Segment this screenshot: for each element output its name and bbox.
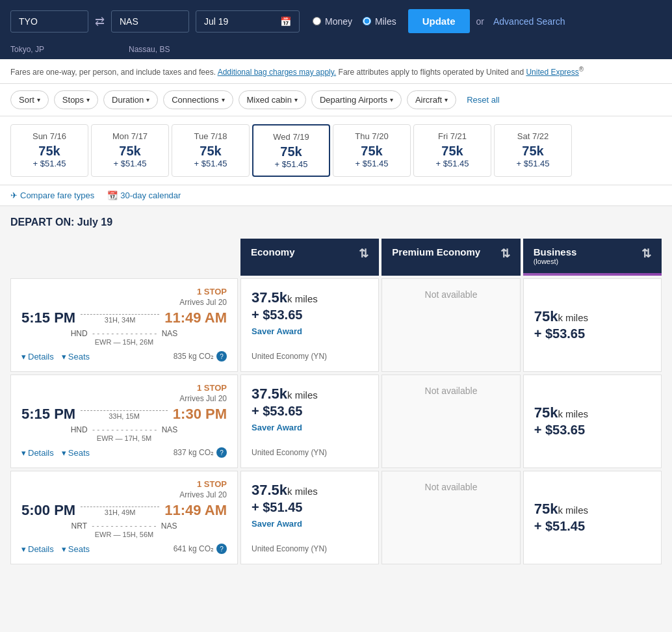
- connections-filter[interactable]: Connections ▾: [163, 90, 233, 109]
- arrive-time: 1:30 PM: [173, 406, 227, 423]
- fare-price: + $53.65: [252, 308, 368, 323]
- miles-radio-label[interactable]: Miles: [363, 16, 396, 27]
- date-card-miles: 75k: [424, 144, 480, 159]
- date-card[interactable]: Tue 7/18 75k + $51.45: [172, 124, 250, 177]
- route-info: NRT - - - - - - - - - - - - - - NAS EWR …: [21, 521, 227, 538]
- economy-fare-cell[interactable]: 37.5kk miles + $51.45 Saver Award United…: [240, 471, 379, 564]
- update-button[interactable]: Update: [408, 9, 470, 33]
- fare-cabin: United Economy (YN): [252, 544, 368, 553]
- flight-actions: ▾ Details ▾ Seats 835 kg CO₂ ?: [21, 351, 227, 362]
- seats-link[interactable]: ▾ Seats: [62, 352, 90, 362]
- date-card[interactable]: Fri 7/21 75k + $51.45: [413, 124, 491, 177]
- sort-filter[interactable]: Sort ▾: [10, 90, 49, 109]
- date-card-miles: 75k: [264, 144, 318, 159]
- calendar-icon: 📅: [280, 16, 291, 27]
- miles-value: 37.5k: [252, 289, 287, 306]
- calendar-30day-link[interactable]: 📆 30-day calendar: [107, 191, 181, 200]
- co2-help-icon[interactable]: ?: [216, 447, 227, 458]
- date-card[interactable]: Sun 7/16 75k + $51.45: [10, 124, 88, 177]
- united-express-link[interactable]: United Express: [526, 68, 578, 77]
- date-card[interactable]: Thu 7/20 75k + $51.45: [333, 124, 411, 177]
- calendar-grid-icon: 📆: [107, 191, 118, 200]
- duration-filter[interactable]: Duration ▾: [103, 90, 158, 109]
- origin-code: NRT: [71, 521, 87, 531]
- advanced-search-link[interactable]: Advanced Search: [493, 16, 565, 27]
- business-fare-cell[interactable]: 75kk miles + $53.65: [523, 375, 662, 468]
- chevron-down-icon: ▾: [37, 96, 40, 103]
- duration-label: 31H, 49M: [105, 508, 136, 516]
- flight-actions: ▾ Details ▾ Seats 641 kg CO₂ ?: [21, 544, 227, 554]
- mixed-cabin-filter[interactable]: Mixed cabin ▾: [239, 90, 306, 109]
- date-selector: Sun 7/16 75k + $51.45 Mon 7/17 75k + $51…: [0, 116, 672, 185]
- header: ⇄ Jul 19 📅 Money Miles Update or Advance…: [0, 0, 672, 59]
- date-card[interactable]: Wed 7/19 75k + $51.45: [252, 124, 330, 177]
- flight-info: 1 STOP Arrives Jul 20 5:00 PM 31H, 49M 1…: [10, 471, 238, 564]
- results-section: DEPART ON: July 19 Economy ⇅ Premium Eco…: [0, 206, 672, 577]
- co2-help-icon[interactable]: ?: [216, 351, 227, 362]
- fare-miles: 37.5kk miles: [252, 386, 368, 402]
- miles-value: 37.5k: [252, 386, 287, 402]
- sort-icon[interactable]: ⇅: [359, 246, 368, 261]
- depart-time: 5:00 PM: [21, 502, 75, 519]
- arrive-time: 11:49 AM: [164, 309, 227, 326]
- arrives-date: Arrives Jul 20: [21, 298, 227, 307]
- compare-fare-types-link[interactable]: ✈ Compare fare types: [10, 191, 94, 200]
- co2-info: 835 kg CO₂ ?: [174, 351, 227, 362]
- date-input[interactable]: Jul 19 📅: [196, 10, 300, 33]
- date-card-price: + $51.45: [344, 159, 400, 168]
- arrive-time: 11:49 AM: [164, 502, 227, 519]
- chevron-down-icon: ▾: [390, 96, 393, 103]
- chevron-down-icon: ▾: [146, 96, 149, 103]
- economy-fare-cell[interactable]: 37.5kk miles + $53.65 Saver Award United…: [240, 375, 379, 468]
- business-fare-cell[interactable]: 75kk miles + $53.65: [523, 278, 662, 372]
- swap-button[interactable]: ⇄: [95, 14, 105, 29]
- dotted-line: [81, 507, 159, 507]
- not-available-label: Not available: [425, 289, 478, 300]
- details-link[interactable]: ▾ Details: [21, 448, 54, 458]
- seats-link[interactable]: ▾ Seats: [62, 448, 90, 458]
- bag-charges-link[interactable]: Additional bag charges may apply.: [218, 68, 337, 77]
- fare-price: + $53.65: [252, 404, 368, 419]
- duration-label: 31H, 34M: [105, 316, 136, 324]
- origin-input[interactable]: [10, 10, 88, 33]
- money-radio[interactable]: [313, 17, 321, 25]
- fare-miles: 37.5kk miles: [252, 482, 368, 499]
- business-fare-cell[interactable]: 75kk miles + $51.45: [523, 471, 662, 564]
- aircraft-filter[interactable]: Aircraft ▾: [407, 90, 456, 109]
- destination-input[interactable]: [111, 10, 189, 33]
- economy-header: Economy ⇅: [240, 239, 379, 276]
- fare-cabin: United Economy (YN): [252, 352, 368, 361]
- co2-help-icon[interactable]: ?: [216, 544, 227, 554]
- chevron-down-icon: ▾: [62, 352, 66, 362]
- sort-icon[interactable]: ⇅: [641, 246, 651, 261]
- miles-value: 75k: [534, 501, 558, 517]
- details-link[interactable]: ▾ Details: [21, 544, 54, 554]
- business-header: Business (lowest) ⇅: [523, 239, 662, 273]
- flight-actions: ▾ Details ▾ Seats 837 kg CO₂ ?: [21, 447, 227, 458]
- miles-radio[interactable]: [363, 17, 371, 25]
- departing-airports-filter[interactable]: Departing Airports ▾: [311, 90, 402, 109]
- details-link[interactable]: ▾ Details: [21, 352, 54, 362]
- not-available-label: Not available: [425, 386, 478, 396]
- fare-cabin: United Economy (YN): [252, 448, 368, 457]
- co2-info: 641 kg CO₂ ?: [174, 544, 227, 554]
- economy-fare-cell[interactable]: 37.5kk miles + $53.65 Saver Award United…: [240, 278, 379, 372]
- chevron-down-icon: ▾: [445, 96, 448, 103]
- arrives-date: Arrives Jul 20: [21, 394, 227, 403]
- plane-icon: ✈: [10, 191, 18, 200]
- date-card[interactable]: Mon 7/17 75k + $51.45: [91, 124, 169, 177]
- fare-type: Saver Award: [252, 326, 368, 336]
- date-card-miles: 75k: [344, 144, 400, 159]
- date-card[interactable]: Sat 7/22 75k + $51.45: [494, 124, 572, 177]
- date-card-price: + $51.45: [264, 159, 318, 169]
- fare-price: + $53.65: [534, 423, 651, 438]
- stops-filter[interactable]: Stops ▾: [54, 90, 98, 109]
- date-card-label: Sat 7/22: [505, 131, 561, 141]
- sort-icon[interactable]: ⇅: [500, 246, 510, 261]
- reset-all-button[interactable]: Reset all: [467, 95, 500, 105]
- not-available-label: Not available: [425, 482, 478, 492]
- table-row: 1 STOP Arrives Jul 20 5:00 PM 31H, 49M 1…: [10, 471, 662, 564]
- money-radio-label[interactable]: Money: [313, 16, 352, 27]
- duration-label: 33H, 15M: [109, 412, 140, 420]
- seats-link[interactable]: ▾ Seats: [62, 544, 90, 554]
